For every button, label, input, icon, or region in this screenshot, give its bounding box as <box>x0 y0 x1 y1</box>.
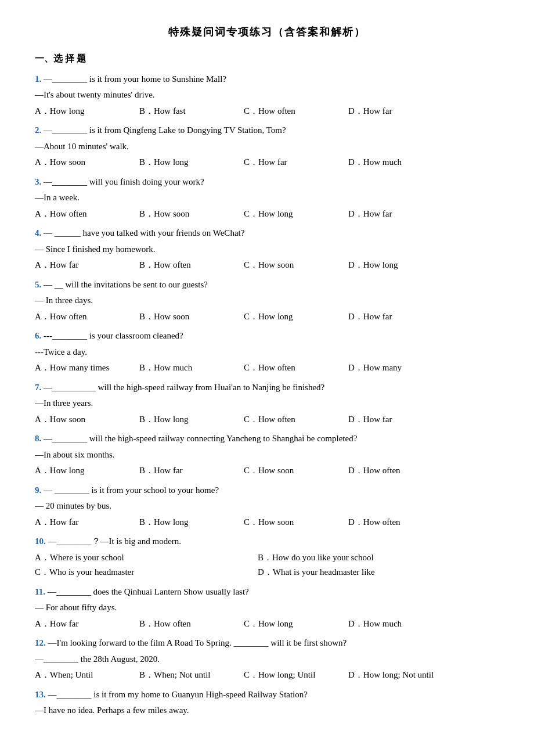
question-line-5: 5. — __ will the invitations be sent to … <box>35 278 499 293</box>
answer-line-11: — For about fifty days. <box>35 600 499 615</box>
question-text: —________ is it from Qingfeng Lake to Do… <box>44 125 286 135</box>
option-8-2: C．How soon <box>244 463 348 478</box>
options-line-6: A．How many timesB．How muchC．How oftenD．H… <box>35 361 499 376</box>
question-line-6: 6. ---________ is your classroom cleaned… <box>35 329 499 344</box>
answer-line-9: — 20 minutes by bus. <box>35 499 499 514</box>
option-1-1: B．How fast <box>139 104 244 119</box>
option-6-0: A．How many times <box>35 361 139 376</box>
options-line-9: A．How farB．How longC．How soonD．How often <box>35 515 499 530</box>
option-1-2: C．How often <box>244 104 348 119</box>
question-number: 3. <box>35 177 44 186</box>
answer-line-8: —In about six months. <box>35 448 499 463</box>
question-text: — __ will the invitations be sent to our… <box>44 280 208 289</box>
section-title: 一、选 择 题 <box>35 51 499 66</box>
option-7-3: D．How far <box>348 412 453 427</box>
option-4-0: A．How far <box>35 258 139 273</box>
answer-line-12: —________ the 28th August, 2020. <box>35 652 499 667</box>
option-6-2: C．How often <box>244 361 348 376</box>
option-8-3: D．How often <box>348 463 453 478</box>
option-4-2: C．How soon <box>244 258 348 273</box>
question-text: —________ is it from my home to Guanyun … <box>48 690 308 699</box>
question-block-7: 7. —__________ will the high-speed railw… <box>35 380 499 427</box>
option-9-0: A．How far <box>35 515 139 530</box>
option-5-3: D．How far <box>348 309 453 325</box>
option-12-0: A．When; Until <box>35 668 139 683</box>
answer-line-4: — Since I finished my homework. <box>35 242 499 257</box>
option-7-1: B．How long <box>139 412 244 427</box>
option-11-3: D．How much <box>348 617 453 632</box>
answer-line-1: —It's about twenty minutes' drive. <box>35 88 499 103</box>
option-3-0: A．How often <box>35 207 139 222</box>
option-11-1: B．How often <box>139 617 244 632</box>
question-block-6: 6. ---________ is your classroom cleaned… <box>35 329 499 376</box>
question-number: 5. <box>35 280 44 289</box>
option-3-1: B．How soon <box>139 207 244 222</box>
answer-line-5: — In three days. <box>35 293 499 308</box>
question-line-7: 7. —__________ will the high-speed railw… <box>35 380 499 395</box>
option-2-1: B．How long <box>139 155 244 170</box>
question-line-4: 4. — ______ have you talked with your fr… <box>35 226 499 241</box>
option-6-3: D．How many <box>348 361 453 376</box>
option-6-1: B．How much <box>139 361 244 376</box>
question-line-12: 12. —I'm looking forward to the film A R… <box>35 636 499 651</box>
answer-line-2: —About 10 minutes' walk. <box>35 139 499 154</box>
answer-line-3: —In a week. <box>35 190 499 206</box>
options-line-5: A．How oftenB．How soonC．How longD．How far <box>35 309 499 325</box>
page-title: 特殊疑问词专项练习（含答案和解析） <box>35 23 499 41</box>
question-number: 8. <box>35 434 44 443</box>
question-line-8: 8. —________ will the high-speed railway… <box>35 431 499 447</box>
answer-line-13: —I have no idea. Perhaps a few miles awa… <box>35 703 499 718</box>
option-wide-10-1: B．How do you like your school <box>258 550 481 566</box>
question-text: — ________ is it from your school to you… <box>44 485 219 495</box>
question-text: —________？—It is big and modern. <box>48 537 182 546</box>
options-line-4: A．How farB．How oftenC．How soonD．How long <box>35 258 499 273</box>
option-wide-10-2: C．Who is your headmaster <box>35 565 258 580</box>
question-text: ---________ is your classroom cleaned? <box>44 331 183 340</box>
answer-line-6: ---Twice a day. <box>35 345 499 360</box>
question-line-3: 3. —________ will you finish doing your … <box>35 175 499 190</box>
question-number: 4. <box>35 228 44 237</box>
question-line-11: 11. —________ does the Qinhuai Lantern S… <box>35 585 499 600</box>
answer-line-7: —In three years. <box>35 396 499 411</box>
option-12-2: C．How long; Until <box>244 668 348 683</box>
question-text: — ______ have you talked with your frien… <box>44 228 244 237</box>
option-wide-10-3: D．What is your headmaster like <box>258 565 481 580</box>
options-line-3: A．How oftenB．How soonC．How longD．How far <box>35 207 499 222</box>
question-block-5: 5. — __ will the invitations be sent to … <box>35 278 499 325</box>
question-block-3: 3. —________ will you finish doing your … <box>35 175 499 222</box>
options-line-12: A．When; UntilB．When; Not untilC．How long… <box>35 668 499 683</box>
option-8-1: B．How far <box>139 463 244 478</box>
question-number: 9. <box>35 485 44 495</box>
option-9-3: D．How often <box>348 515 453 530</box>
option-5-0: A．How often <box>35 309 139 325</box>
question-text: —________ is it from your home to Sunshi… <box>44 74 226 84</box>
question-number: 1. <box>35 74 44 84</box>
option-4-1: B．How often <box>139 258 244 273</box>
question-block-10: 10. —________？—It is big and modern.A．Wh… <box>35 534 499 580</box>
question-number: 2. <box>35 125 44 135</box>
options-line-8: A．How longB．How farC．How soonD．How often <box>35 463 499 478</box>
option-2-3: D．How much <box>348 155 453 170</box>
question-block-12: 12. —I'm looking forward to the film A R… <box>35 636 499 683</box>
options-line-7: A．How soonB．How longC．How oftenD．How far <box>35 412 499 427</box>
question-line-9: 9. — ________ is it from your school to … <box>35 483 499 498</box>
option-9-2: C．How soon <box>244 515 348 530</box>
options-line-1: A．How longB．How fastC．How oftenD．How far <box>35 104 499 119</box>
option-5-2: C．How long <box>244 309 348 325</box>
question-block-9: 9. — ________ is it from your school to … <box>35 483 499 530</box>
question-line-2: 2. —________ is it from Qingfeng Lake to… <box>35 123 499 138</box>
option-wide-10-0: A．Where is your school <box>35 550 258 566</box>
question-text: —I'm looking forward to the film A Road … <box>48 638 347 647</box>
question-text: —__________ will the high-speed railway … <box>44 383 324 392</box>
question-block-8: 8. —________ will the high-speed railway… <box>35 431 499 478</box>
question-number: 10. <box>35 537 48 546</box>
option-7-0: A．How soon <box>35 412 139 427</box>
question-block-2: 2. —________ is it from Qingfeng Lake to… <box>35 123 499 170</box>
question-line-13: 13. —________ is it from my home to Guan… <box>35 687 499 703</box>
option-1-0: A．How long <box>35 104 139 119</box>
question-block-11: 11. —________ does the Qinhuai Lantern S… <box>35 585 499 632</box>
option-3-2: C．How long <box>244 207 348 222</box>
question-number: 6. <box>35 331 44 340</box>
question-block-1: 1. —________ is it from your home to Sun… <box>35 72 499 119</box>
option-4-3: D．How long <box>348 258 453 273</box>
